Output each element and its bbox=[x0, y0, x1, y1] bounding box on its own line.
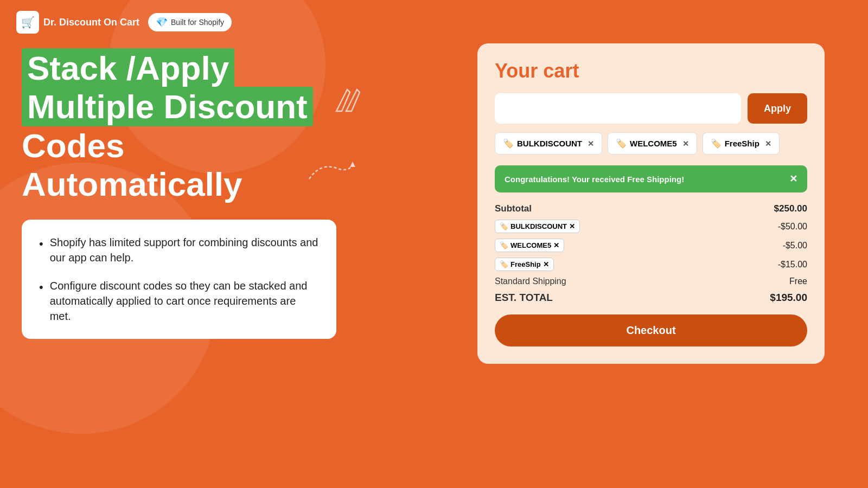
coupon-input[interactable] bbox=[495, 93, 741, 124]
logo-icon: 🛒 bbox=[16, 11, 39, 34]
shipping-value: Free bbox=[789, 277, 807, 286]
headline-line3: Codes Automatically bbox=[22, 127, 242, 203]
tag-icon-2: 🏷️ bbox=[616, 138, 627, 149]
deco-arrow-svg-1 bbox=[331, 84, 369, 122]
shopify-icon: 💎 bbox=[156, 16, 168, 28]
bullet-box: • Shopify has limited support for combin… bbox=[22, 220, 336, 339]
left-content: Stack /Apply Multiple Discount Codes Aut… bbox=[22, 49, 336, 339]
tag-close-3[interactable]: ✕ bbox=[765, 139, 771, 148]
subtotal-label: Subtotal bbox=[495, 203, 532, 214]
discount-code-2: WELCOME5 bbox=[510, 241, 551, 249]
coupon-tag-freeship: 🏷️ FreeShip ✕ bbox=[703, 132, 780, 155]
discount-value-2: -$5.00 bbox=[783, 241, 807, 251]
banner-close-icon[interactable]: ✕ bbox=[789, 173, 797, 185]
coupon-tag-bulkdiscount: 🏷️ BULKDISCOUNT ✕ bbox=[495, 132, 602, 155]
success-banner: Congratulations! Your received Free Ship… bbox=[495, 165, 807, 192]
headline-line2: Multiple Discount bbox=[22, 87, 313, 126]
bullet-text-2: Configure discount codes so they can be … bbox=[50, 278, 319, 324]
discount-tag-icon-2: 🏷️ bbox=[500, 241, 508, 249]
coupon-tags: 🏷️ BULKDISCOUNT ✕ 🏷️ WELCOME5 ✕ 🏷️ FreeS… bbox=[495, 132, 807, 155]
coupon-tag-welcome5: 🏷️ WELCOME5 ✕ bbox=[608, 132, 697, 155]
tag-close-1[interactable]: ✕ bbox=[588, 139, 594, 148]
discount-tag-icon-1: 🏷️ bbox=[500, 222, 508, 230]
subtotal-row: Subtotal $250.00 bbox=[495, 203, 807, 214]
tag-icon-1: 🏷️ bbox=[503, 138, 514, 149]
discount-x-1[interactable]: ✕ bbox=[569, 222, 575, 230]
tag-close-2[interactable]: ✕ bbox=[682, 139, 689, 148]
tag-label-3: FreeShip bbox=[725, 139, 760, 148]
discount-row-3: 🏷️ FreeShip ✕ -$15.00 bbox=[495, 258, 807, 271]
total-label: EST. TOTAL bbox=[495, 292, 553, 304]
headline-line1: Stack /Apply bbox=[22, 48, 234, 88]
shipping-label: Standard Shipping bbox=[495, 277, 566, 286]
cart-title: Your cart bbox=[495, 60, 807, 82]
success-message: Congratulations! Your received Free Ship… bbox=[505, 175, 684, 184]
bullet-item-2: • Configure discount codes so they can b… bbox=[39, 278, 319, 324]
discount-x-2[interactable]: ✕ bbox=[553, 241, 559, 249]
discount-tag-1: 🏷️ BULKDISCOUNT ✕ bbox=[495, 220, 580, 233]
svg-marker-2 bbox=[350, 162, 355, 167]
shipping-row: Standard Shipping Free bbox=[495, 277, 807, 286]
deco-arrows-group-1 bbox=[331, 84, 369, 122]
discount-row-2: 🏷️ WELCOME5 ✕ -$5.00 bbox=[495, 239, 807, 252]
svg-marker-1 bbox=[346, 89, 360, 111]
discount-x-3[interactable]: ✕ bbox=[543, 260, 549, 268]
logo-container: 🛒 Dr. Discount On Cart bbox=[16, 11, 139, 34]
discount-code-3: FreeShip bbox=[510, 260, 541, 268]
total-row: EST. TOTAL $195.00 bbox=[495, 292, 807, 304]
bullet-text-1: Shopify has limited support for combinin… bbox=[50, 235, 319, 265]
apply-button[interactable]: Apply bbox=[748, 93, 807, 124]
discount-tag-3: 🏷️ FreeShip ✕ bbox=[495, 258, 554, 271]
checkout-button[interactable]: Checkout bbox=[495, 314, 807, 346]
bullet-item-1: • Shopify has limited support for combin… bbox=[39, 235, 319, 265]
logo-text: Dr. Discount On Cart bbox=[43, 17, 139, 28]
built-for-shopify-badge: 💎 Built for Shopify bbox=[148, 13, 232, 31]
order-summary: Subtotal $250.00 🏷️ BULKDISCOUNT ✕ -$50.… bbox=[495, 203, 807, 304]
deco-arrow-svg-2 bbox=[304, 157, 358, 190]
discount-tag-icon-3: 🏷️ bbox=[500, 260, 508, 268]
discount-row-1: 🏷️ BULKDISCOUNT ✕ -$50.00 bbox=[495, 220, 807, 233]
built-badge-text: Built for Shopify bbox=[171, 18, 224, 27]
discount-value-3: -$15.00 bbox=[778, 260, 807, 269]
subtotal-value: $250.00 bbox=[774, 203, 807, 214]
bullet-dot-1: • bbox=[39, 236, 43, 253]
deco-arrows-group-2 bbox=[304, 157, 347, 190]
tag-icon-3: 🏷️ bbox=[711, 138, 722, 149]
coupon-row: Apply bbox=[495, 93, 807, 124]
header: 🛒 Dr. Discount On Cart 💎 Built for Shopi… bbox=[16, 11, 232, 34]
discount-value-1: -$50.00 bbox=[778, 222, 807, 232]
tag-label-2: WELCOME5 bbox=[630, 139, 677, 148]
tag-label-1: BULKDISCOUNT bbox=[517, 139, 582, 148]
bullet-dot-2: • bbox=[39, 279, 43, 296]
headline: Stack /Apply Multiple Discount Codes Aut… bbox=[22, 49, 336, 203]
total-value: $195.00 bbox=[770, 292, 807, 304]
cart-panel: Your cart Apply 🏷️ BULKDISCOUNT ✕ 🏷️ WEL… bbox=[477, 43, 825, 364]
discount-tag-2: 🏷️ WELCOME5 ✕ bbox=[495, 239, 564, 252]
discount-code-1: BULKDISCOUNT bbox=[510, 222, 567, 230]
